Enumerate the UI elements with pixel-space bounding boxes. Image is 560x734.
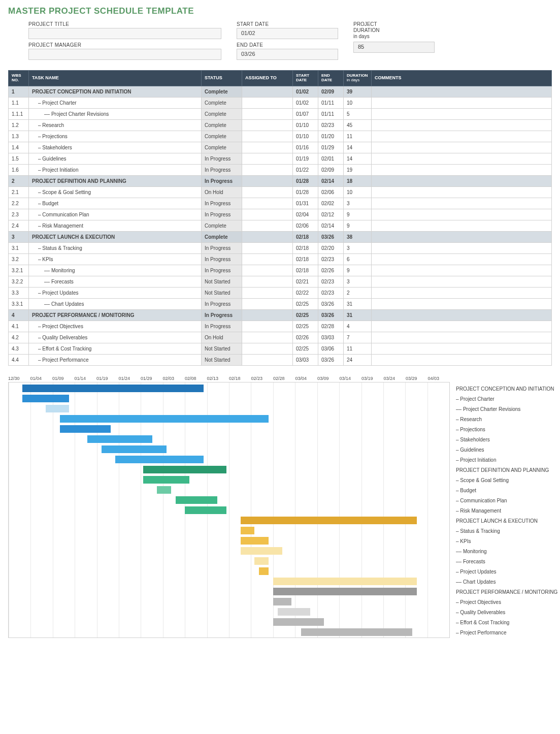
- cell-assigned[interactable]: [242, 287, 293, 298]
- cell-assigned[interactable]: [242, 153, 293, 164]
- cell-start[interactable]: 02/25: [293, 298, 318, 309]
- project-title-input[interactable]: [28, 28, 221, 39]
- cell-status[interactable]: Complete: [202, 131, 242, 142]
- cell-assigned[interactable]: [242, 220, 293, 231]
- cell-comments[interactable]: [372, 309, 552, 321]
- gantt-bar[interactable]: [22, 395, 69, 402]
- cell-comments[interactable]: [372, 242, 552, 253]
- cell-comments[interactable]: [372, 97, 552, 108]
- table-row[interactable]: 4PROJECT PERFORMANCE / MONITORINGIn Prog…: [9, 309, 552, 321]
- cell-end[interactable]: 03/06: [318, 343, 344, 354]
- cell-comments[interactable]: [372, 86, 552, 97]
- cell-status[interactable]: On Hold: [202, 332, 242, 343]
- cell-end[interactable]: 02/09: [318, 86, 344, 97]
- gantt-bar[interactable]: [241, 547, 282, 555]
- cell-assigned[interactable]: [242, 321, 293, 332]
- cell-comments[interactable]: [372, 343, 552, 354]
- cell-comments[interactable]: [372, 108, 552, 119]
- gantt-bar[interactable]: [241, 537, 269, 545]
- cell-status[interactable]: Complete: [202, 119, 242, 131]
- cell-assigned[interactable]: [242, 231, 293, 242]
- cell-status[interactable]: In Progress: [202, 298, 242, 309]
- table-row[interactable]: 3.3– Project UpdatesNot Started02/2202/2…: [9, 287, 552, 298]
- table-row[interactable]: 2PROJECT DEFINITION AND PLANNINGIn Progr…: [9, 175, 552, 186]
- cell-comments[interactable]: [372, 321, 552, 332]
- gantt-bar[interactable]: [273, 598, 292, 605]
- cell-comments[interactable]: [372, 231, 552, 242]
- cell-comments[interactable]: [372, 119, 552, 131]
- cell-start[interactable]: 02/25: [293, 309, 318, 321]
- table-row[interactable]: 1PROJECT CONCEPTION AND INITIATIONComple…: [9, 86, 552, 97]
- cell-status[interactable]: Complete: [202, 142, 242, 153]
- cell-start[interactable]: 01/02: [293, 97, 318, 108]
- cell-end[interactable]: 02/23: [318, 276, 344, 287]
- cell-status[interactable]: In Progress: [202, 209, 242, 220]
- table-row[interactable]: 4.1– Project ObjectivesIn Progress02/250…: [9, 321, 552, 332]
- cell-comments[interactable]: [372, 220, 552, 231]
- cell-status[interactable]: Complete: [202, 97, 242, 108]
- cell-start[interactable]: 01/16: [293, 142, 318, 153]
- table-row[interactable]: 3.2.2–– ForecastsNot Started02/2102/233: [9, 276, 552, 287]
- cell-start[interactable]: 02/25: [293, 321, 318, 332]
- cell-assigned[interactable]: [242, 175, 293, 186]
- table-row[interactable]: 4.4– Project PerformanceNot Started03/03…: [9, 354, 552, 365]
- cell-start[interactable]: 02/18: [293, 231, 318, 242]
- cell-end[interactable]: 03/03: [318, 332, 344, 343]
- cell-assigned[interactable]: [242, 131, 293, 142]
- table-row[interactable]: 2.4– Risk ManagementComplete02/0602/149: [9, 220, 552, 231]
- cell-status[interactable]: In Progress: [202, 198, 242, 209]
- gantt-bar[interactable]: [241, 527, 254, 534]
- cell-start[interactable]: 02/18: [293, 265, 318, 276]
- cell-assigned[interactable]: [242, 276, 293, 287]
- cell-assigned[interactable]: [242, 253, 293, 265]
- table-row[interactable]: 3.2– KPIsIn Progress02/1802/236: [9, 253, 552, 265]
- cell-end[interactable]: 02/23: [318, 253, 344, 265]
- table-row[interactable]: 1.1– Project CharterComplete01/0201/1110: [9, 97, 552, 108]
- gantt-bar[interactable]: [254, 557, 268, 565]
- cell-end[interactable]: 03/26: [318, 354, 344, 365]
- cell-start[interactable]: 02/18: [293, 253, 318, 265]
- cell-comments[interactable]: [372, 276, 552, 287]
- cell-assigned[interactable]: [242, 298, 293, 309]
- cell-start[interactable]: 01/22: [293, 164, 318, 175]
- table-row[interactable]: 3.3.1–– Chart UpdatesIn Progress02/2503/…: [9, 298, 552, 309]
- cell-end[interactable]: 02/28: [318, 321, 344, 332]
- gantt-bar[interactable]: [87, 435, 152, 443]
- table-row[interactable]: 2.3– Communication PlanIn Progress02/040…: [9, 209, 552, 220]
- gantt-bar[interactable]: [60, 415, 269, 423]
- table-row[interactable]: 3.2.1–– MonitoringIn Progress02/1802/269: [9, 265, 552, 276]
- cell-start[interactable]: 01/10: [293, 131, 318, 142]
- cell-comments[interactable]: [372, 131, 552, 142]
- cell-comments[interactable]: [372, 298, 552, 309]
- cell-comments[interactable]: [372, 153, 552, 164]
- cell-start[interactable]: 02/26: [293, 332, 318, 343]
- cell-status[interactable]: Complete: [202, 108, 242, 119]
- cell-end[interactable]: 02/02: [318, 198, 344, 209]
- gantt-bar[interactable]: [301, 628, 412, 636]
- cell-end[interactable]: 03/26: [318, 231, 344, 242]
- table-row[interactable]: 1.4– StakeholdersComplete01/1601/2914: [9, 142, 552, 153]
- gantt-bar[interactable]: [273, 618, 324, 626]
- cell-assigned[interactable]: [242, 86, 293, 97]
- table-row[interactable]: 3PROJECT LAUNCH & EXECUTIONComplete02/18…: [9, 231, 552, 242]
- cell-end[interactable]: 02/23: [318, 119, 344, 131]
- cell-end[interactable]: 03/26: [318, 309, 344, 321]
- end-date-input[interactable]: 03/26: [237, 49, 338, 60]
- cell-comments[interactable]: [372, 142, 552, 153]
- cell-assigned[interactable]: [242, 343, 293, 354]
- cell-status[interactable]: Not Started: [202, 343, 242, 354]
- cell-start[interactable]: 02/04: [293, 209, 318, 220]
- cell-comments[interactable]: [372, 354, 552, 365]
- cell-comments[interactable]: [372, 287, 552, 298]
- cell-end[interactable]: 02/26: [318, 265, 344, 276]
- table-row[interactable]: 1.6– Project InitiationIn Progress01/220…: [9, 164, 552, 175]
- cell-end[interactable]: 03/26: [318, 298, 344, 309]
- cell-end[interactable]: 02/12: [318, 209, 344, 220]
- cell-assigned[interactable]: [242, 332, 293, 343]
- cell-end[interactable]: 02/20: [318, 242, 344, 253]
- cell-status[interactable]: In Progress: [202, 164, 242, 175]
- cell-comments[interactable]: [372, 175, 552, 186]
- cell-comments[interactable]: [372, 186, 552, 198]
- table-row[interactable]: 4.3– Effort & Cost TrackingNot Started02…: [9, 343, 552, 354]
- cell-start[interactable]: 02/18: [293, 242, 318, 253]
